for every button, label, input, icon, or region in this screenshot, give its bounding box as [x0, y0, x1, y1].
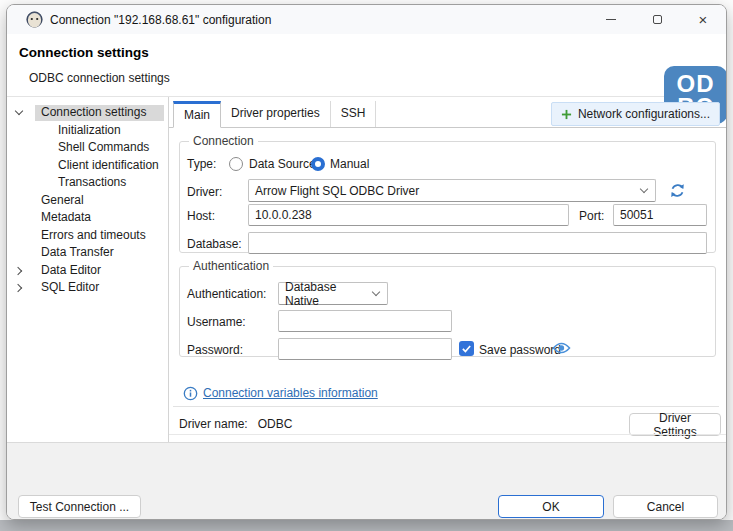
driver-settings-button[interactable]: Driver Settings	[629, 413, 721, 436]
sidebar-item-metadata[interactable]: Metadata	[7, 209, 168, 227]
tab-driver-properties[interactable]: Driver properties	[221, 101, 331, 127]
title-bar[interactable]: Connection "192.168.68.61" configuration…	[7, 5, 726, 34]
manual-radio-label[interactable]: Manual	[330, 156, 369, 172]
pane-divider	[169, 434, 727, 435]
database-label: Database:	[187, 236, 242, 252]
refresh-icon	[669, 182, 686, 199]
sidebar-item-errors-and-timeouts[interactable]: Errors and timeouts	[7, 227, 168, 245]
authentication-label: Authentication:	[187, 286, 266, 302]
connection-variables-link[interactable]: Connection variables information	[203, 386, 378, 400]
sidebar-item-label: Client identification	[58, 158, 159, 172]
driver-name-row: Driver name: ODBC	[179, 417, 292, 431]
page-title: Connection settings	[19, 45, 149, 60]
tab-ssh[interactable]: SSH	[331, 101, 377, 127]
sidebar-item-data-transfer[interactable]: Data Transfer	[7, 244, 168, 262]
type-label: Type:	[187, 156, 216, 172]
sidebar-item-label: General	[41, 193, 84, 207]
sidebar-item-connection-settings[interactable]: Connection settings	[7, 104, 168, 122]
save-password-checkbox[interactable]	[459, 341, 474, 356]
show-password-button[interactable]	[550, 339, 572, 357]
sidebar-item-general[interactable]: General	[7, 192, 168, 210]
sidebar-item-label: Metadata	[41, 210, 91, 224]
driver-select[interactable]: Arrow Flight SQL ODBC Driver	[248, 179, 656, 202]
driver-name-label: Driver name:	[179, 417, 248, 431]
driver-label: Driver:	[187, 184, 222, 200]
chevron-right-icon[interactable]	[14, 284, 22, 292]
port-input[interactable]	[613, 204, 707, 226]
authentication-select-value: Database Native	[285, 280, 367, 308]
sidebar-item-label: Errors and timeouts	[41, 228, 146, 242]
divider	[173, 406, 719, 407]
save-password-label[interactable]: Save password	[479, 342, 561, 358]
tab-main[interactable]: Main	[173, 101, 221, 128]
driver-select-value: Arrow Flight SQL ODBC Driver	[255, 184, 635, 198]
sidebar-item-client-identification[interactable]: Client identification	[7, 157, 168, 175]
sidebar-item-label: Initialization	[58, 123, 121, 137]
maximize-icon	[653, 15, 662, 24]
sidebar-item-label: Data Editor	[41, 263, 101, 277]
host-label: Host:	[187, 208, 215, 224]
maximize-button[interactable]	[634, 5, 680, 34]
sidebar-item-label: Transactions	[58, 175, 126, 189]
ok-button[interactable]: OK	[498, 495, 604, 518]
sidebar-item-label: Shell Commands	[58, 140, 149, 154]
authentication-group-legend: Authentication	[189, 259, 273, 273]
chevron-right-icon[interactable]	[14, 266, 22, 274]
manual-radio[interactable]	[311, 157, 325, 171]
eye-icon	[552, 341, 571, 355]
settings-tree: Connection settingsInitializationShell C…	[7, 97, 169, 442]
reload-driver-button[interactable]	[667, 180, 687, 200]
username-input[interactable]	[278, 310, 452, 332]
chevron-down-icon[interactable]	[15, 107, 23, 115]
minimize-button[interactable]	[588, 5, 634, 34]
network-configurations-button[interactable]: Network configurations...	[551, 102, 720, 126]
close-icon: ×	[699, 12, 708, 27]
sidebar-item-data-editor[interactable]: Data Editor	[7, 262, 168, 280]
page-subtitle: ODBC connection settings	[29, 71, 170, 85]
minimize-icon	[606, 19, 616, 20]
authentication-select[interactable]: Database Native	[278, 282, 388, 305]
sidebar-item-label: Data Transfer	[41, 245, 114, 259]
sidebar-item-label: Connection settings	[41, 105, 146, 119]
username-label: Username:	[187, 314, 246, 330]
data-source-radio-label[interactable]: Data Source	[249, 156, 316, 172]
chevron-down-icon	[640, 185, 648, 193]
test-connection-button[interactable]: Test Connection ...	[18, 495, 141, 518]
host-input[interactable]	[248, 204, 569, 226]
network-configurations-label: Network configurations...	[578, 107, 710, 121]
plus-icon	[561, 109, 572, 120]
close-button[interactable]: ×	[680, 5, 726, 34]
chevron-down-icon	[372, 288, 380, 296]
check-icon	[461, 343, 472, 354]
sidebar-item-sql-editor[interactable]: SQL Editor	[7, 279, 168, 297]
info-icon	[182, 385, 198, 401]
sidebar-item-shell-commands[interactable]: Shell Commands	[7, 139, 168, 157]
odbc-logo-line1: OD	[677, 72, 715, 95]
cancel-button[interactable]: Cancel	[613, 495, 718, 518]
port-label: Port:	[579, 208, 604, 224]
sidebar-item-transactions[interactable]: Transactions	[7, 174, 168, 192]
driver-name-value: ODBC	[258, 417, 293, 431]
dialog-header: Connection settings ODBC connection sett…	[7, 34, 726, 97]
password-input[interactable]	[278, 338, 452, 360]
desktop-background	[0, 520, 733, 531]
window-title: Connection "192.168.68.61" configuration	[50, 13, 271, 27]
app-icon	[26, 11, 43, 28]
connection-group-legend: Connection	[189, 134, 258, 148]
data-source-radio[interactable]	[229, 157, 243, 171]
sidebar-item-label: SQL Editor	[41, 280, 99, 294]
sidebar-item-initialization[interactable]: Initialization	[7, 122, 168, 140]
database-input[interactable]	[248, 232, 707, 254]
password-label: Password:	[187, 342, 243, 358]
connection-configuration-dialog: Connection "192.168.68.61" configuration…	[6, 4, 727, 520]
